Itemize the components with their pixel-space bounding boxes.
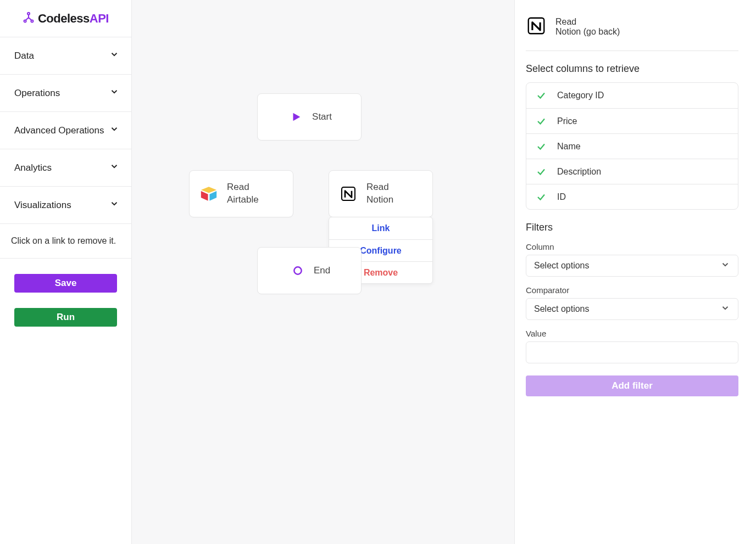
play-icon xyxy=(287,108,305,126)
sidebar-item-data[interactable]: Data xyxy=(0,37,131,75)
panel-header: Read Notion (go back) xyxy=(526,15,738,51)
node-label: Read Notion xyxy=(366,181,393,206)
sidebar-item-label: Analytics xyxy=(14,162,52,173)
chevron-down-icon xyxy=(109,124,119,137)
logo-icon xyxy=(23,12,35,26)
column-option[interactable]: Category ID xyxy=(526,83,738,108)
column-name: Category ID xyxy=(557,91,604,100)
ctx-link[interactable]: Link xyxy=(329,217,432,239)
column-name: Price xyxy=(557,116,577,126)
value-field-label: Value xyxy=(526,329,738,338)
columns-section-title: Select columns to retrieve xyxy=(526,63,738,75)
column-option[interactable]: Description xyxy=(526,159,738,184)
save-button[interactable]: Save xyxy=(14,274,117,293)
app-logo[interactable]: CodelessAPI xyxy=(0,0,131,37)
check-icon xyxy=(536,91,546,100)
value-input[interactable] xyxy=(526,341,738,363)
sidebar-item-label: Advanced Operations xyxy=(14,125,104,136)
sidebar-item-visualizations[interactable]: Visualizations xyxy=(0,187,131,224)
circle-icon xyxy=(288,261,307,280)
sidebar: CodelessAPI Data Operations Advanced Ope… xyxy=(0,0,132,544)
column-select[interactable]: Select options xyxy=(526,255,738,277)
sidebar-item-analytics[interactable]: Analytics xyxy=(0,149,131,187)
sidebar-item-label: Visualizations xyxy=(14,200,71,211)
svg-marker-6 xyxy=(209,191,216,201)
comparator-select[interactable]: Select options xyxy=(526,298,738,320)
svg-marker-5 xyxy=(201,191,208,201)
select-placeholder: Select options xyxy=(534,261,590,271)
chevron-down-icon xyxy=(109,161,119,174)
check-icon xyxy=(536,192,546,202)
column-option[interactable]: ID xyxy=(526,184,738,209)
node-read-airtable[interactable]: Read Airtable xyxy=(189,170,293,217)
svg-marker-4 xyxy=(201,187,216,193)
column-name: Description xyxy=(557,167,601,177)
sidebar-item-label: Operations xyxy=(14,88,60,99)
sidebar-item-label: Data xyxy=(14,51,34,61)
column-name: ID xyxy=(557,192,566,202)
airtable-icon xyxy=(199,184,218,203)
sidebar-item-advanced-operations[interactable]: Advanced Operations xyxy=(0,112,131,149)
svg-marker-3 xyxy=(293,113,301,121)
select-placeholder: Select options xyxy=(534,304,590,314)
sidebar-hint: Click on a link to remove it. xyxy=(0,224,131,259)
node-label: Read Airtable xyxy=(227,181,259,206)
sidebar-item-operations[interactable]: Operations xyxy=(0,75,131,112)
notion-icon xyxy=(526,15,547,38)
column-name: Name xyxy=(557,142,581,152)
chevron-down-icon xyxy=(109,199,119,211)
panel-go-back-link[interactable]: Notion (go back) xyxy=(555,27,620,37)
column-option[interactable]: Name xyxy=(526,133,738,159)
check-icon xyxy=(536,167,546,177)
node-end[interactable]: End xyxy=(257,247,362,294)
config-panel: Read Notion (go back) Select columns to … xyxy=(514,0,756,544)
node-start[interactable]: Start xyxy=(257,93,362,141)
chevron-down-icon xyxy=(109,49,119,62)
svg-point-8 xyxy=(294,267,301,274)
comparator-field-label: Comparator xyxy=(526,285,738,295)
column-field-label: Column xyxy=(526,242,738,251)
chevron-down-icon xyxy=(720,303,730,315)
filters-section-title: Filters xyxy=(526,222,738,233)
panel-title-line1: Read xyxy=(555,17,620,27)
columns-list: Category ID Price Name Description xyxy=(526,82,738,210)
notion-icon xyxy=(339,184,358,203)
check-icon xyxy=(536,116,546,126)
node-read-notion[interactable]: Read Notion xyxy=(329,170,433,217)
workflow-canvas[interactable]: Start Read Airtable xyxy=(132,0,514,544)
column-option[interactable]: Price xyxy=(526,108,738,133)
run-button[interactable]: Run xyxy=(14,308,117,327)
logo-text: CodelessAPI xyxy=(38,12,109,26)
chevron-down-icon xyxy=(109,87,119,99)
node-label: End xyxy=(314,265,330,277)
check-icon xyxy=(536,142,546,152)
chevron-down-icon xyxy=(720,260,730,272)
node-label: Start xyxy=(312,111,332,124)
add-filter-button[interactable]: Add filter xyxy=(526,375,738,396)
